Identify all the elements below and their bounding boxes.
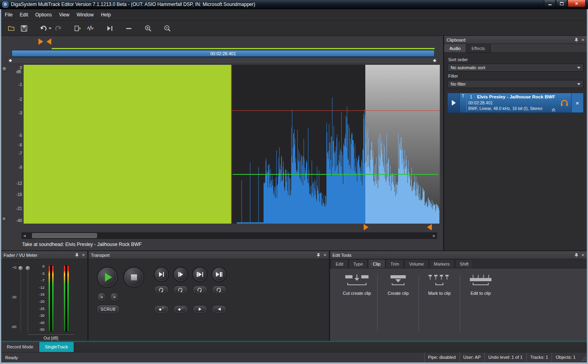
filter-value: No filter xyxy=(451,82,466,86)
close-panel-icon[interactable]: × xyxy=(323,253,326,258)
undo-dropdown-caret[interactable] xyxy=(48,28,52,29)
vertical-zoom-knob[interactable] xyxy=(2,66,7,72)
left-diamond-marker[interactable]: ◆ xyxy=(9,58,12,62)
output-fader-left[interactable] xyxy=(18,266,23,271)
edit-tools-tab-volume[interactable]: Volume xyxy=(404,259,429,268)
clipboard-tab-audio[interactable]: Audio xyxy=(444,44,466,52)
cut-create-clip-button[interactable]: Cut create clip xyxy=(338,274,376,341)
overview-duration-bar[interactable]: 00:02:28.401 xyxy=(12,50,435,57)
undo-button[interactable] xyxy=(37,23,49,34)
collapse-chevrons-icon[interactable] xyxy=(551,108,556,112)
waveform-canvas[interactable] xyxy=(231,65,440,224)
remove-mark-button[interactable]: ◆− xyxy=(173,305,188,313)
mixdown-button[interactable] xyxy=(72,23,84,34)
edit-tools-tab-markers[interactable]: Markers xyxy=(429,259,455,268)
clipboard-tab-effects[interactable]: Effects xyxy=(466,44,490,52)
item-play-button[interactable] xyxy=(448,93,460,112)
vu-tick: -20 xyxy=(39,300,44,304)
loop-play-between-marks-button[interactable] xyxy=(193,286,207,294)
close-panel-icon[interactable]: × xyxy=(581,38,584,42)
overview-out-marker[interactable] xyxy=(46,38,51,45)
marker-strip[interactable]: ◆ ◆ xyxy=(7,57,438,64)
menu-help[interactable]: Help xyxy=(97,9,115,21)
pin-icon[interactable] xyxy=(75,253,79,258)
minimize-button[interactable] xyxy=(544,0,556,7)
pin-icon[interactable] xyxy=(574,253,579,258)
play-around-mark-button[interactable] xyxy=(211,267,227,282)
menu-view[interactable]: View xyxy=(55,9,73,21)
next-mark-button[interactable] xyxy=(193,305,207,313)
skip-to-end-button[interactable] xyxy=(104,23,116,34)
rewind-button[interactable]: « xyxy=(97,292,106,301)
selection-start-marker[interactable] xyxy=(364,224,369,230)
menu-file[interactable]: File xyxy=(1,9,16,21)
edit-waveform-button[interactable] xyxy=(85,23,97,34)
maximize-button[interactable] xyxy=(556,0,567,7)
close-panel-icon[interactable]: × xyxy=(82,253,85,258)
close-button[interactable]: × xyxy=(568,0,586,7)
selected-clip-region[interactable] xyxy=(24,65,231,224)
titlebar: D DigaSystem MultiTrack Editor Version 7… xyxy=(0,0,588,9)
forward-button[interactable]: » xyxy=(110,292,119,301)
edit-tools-tab-clip[interactable]: Clip xyxy=(368,259,385,268)
menu-window[interactable]: Window xyxy=(73,9,97,21)
edit-tools-tab-trim[interactable]: Trim xyxy=(386,259,404,268)
sort-order-dropdown[interactable]: No automatic sort xyxy=(447,64,584,72)
fader-track-left[interactable] xyxy=(20,268,21,331)
stop-button[interactable] xyxy=(123,267,144,288)
edit-tools-tab-type[interactable]: Type xyxy=(348,259,368,268)
edit-tools-tab-shift[interactable]: Shift xyxy=(455,259,473,268)
vu-tick: -16 xyxy=(39,293,44,296)
create-clip-button[interactable]: Create clip xyxy=(379,274,417,341)
loop-play-to-mark-button[interactable] xyxy=(154,286,169,294)
vertical-scroll-knob[interactable] xyxy=(2,217,6,221)
bottom-tab-record-mode[interactable]: Record Mode xyxy=(1,342,39,352)
pin-icon[interactable] xyxy=(316,253,321,258)
scrollbar-thumb[interactable] xyxy=(32,233,97,238)
add-mark-button[interactable]: ◆+ xyxy=(154,305,169,313)
output-fader-right[interactable] xyxy=(25,266,30,271)
open-button[interactable] xyxy=(5,23,17,34)
filter-dropdown[interactable]: No filter xyxy=(447,80,584,88)
zoom-out-button[interactable] xyxy=(161,23,173,34)
collapse-track-button[interactable] xyxy=(123,23,135,34)
scroll-right-arrow[interactable]: ▶ xyxy=(431,234,437,238)
edit-to-clip-button[interactable]: Edit to clip xyxy=(462,274,499,341)
overview-in-marker[interactable] xyxy=(38,38,43,45)
clipboard-item[interactable]: T 1 Elvis Presley - Jailhouse Rock BWF 0… xyxy=(447,93,584,113)
scroll-left-arrow[interactable]: ◀ xyxy=(22,234,27,238)
resize-grip[interactable] xyxy=(581,356,586,361)
item-remove-button[interactable]: × xyxy=(571,93,583,112)
edit-tools-tab-edit[interactable]: Edit xyxy=(331,259,348,268)
bottom-tab-singletrack[interactable]: SingleTrack xyxy=(39,342,74,352)
mark-to-clip-button[interactable]: Mark to clip xyxy=(421,274,458,341)
play-button[interactable] xyxy=(97,267,118,288)
play-between-marks-button[interactable] xyxy=(192,267,207,282)
redo-button[interactable] xyxy=(52,23,64,34)
fader-track-right[interactable] xyxy=(27,268,28,331)
right-diamond-marker[interactable]: ◆ xyxy=(433,58,436,62)
scrub-button[interactable]: SCRUB xyxy=(97,305,120,314)
close-panel-icon[interactable]: × xyxy=(581,253,584,258)
play-from-mark-button[interactable] xyxy=(173,267,188,282)
selection-end-marker[interactable] xyxy=(427,224,432,230)
selection-marker-strip xyxy=(1,223,440,231)
item-prelisten-button[interactable] xyxy=(558,93,571,112)
toolbar xyxy=(1,21,587,36)
menu-options[interactable]: Options xyxy=(32,9,55,21)
vu-tick: -30 xyxy=(39,314,44,318)
save-button[interactable] xyxy=(18,23,30,34)
horizontal-scrollbar[interactable]: ◀ ▶ xyxy=(21,232,437,239)
vu-tick: -12 xyxy=(39,286,44,290)
zoom-in-button[interactable] xyxy=(142,23,154,34)
undo-icon xyxy=(39,24,47,32)
loop-play-from-mark-button[interactable] xyxy=(173,286,188,294)
menu-edit[interactable]: Edit xyxy=(16,9,32,21)
previous-mark-button[interactable] xyxy=(212,305,226,313)
pin-icon[interactable] xyxy=(574,38,579,42)
minus-icon: − xyxy=(181,306,183,310)
play-to-mark-button[interactable] xyxy=(154,267,169,282)
status-objects-1: Objects: 1 xyxy=(552,352,579,362)
scrollbar-track[interactable] xyxy=(27,232,431,239)
loop-play-around-mark-button[interactable] xyxy=(212,286,226,294)
